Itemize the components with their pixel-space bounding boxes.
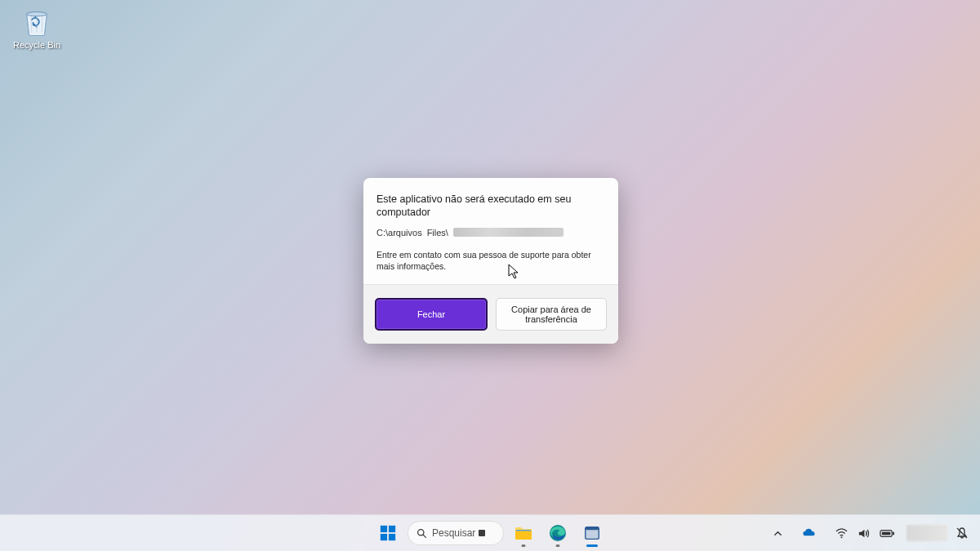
cursor-icon bbox=[508, 264, 521, 280]
search-icon bbox=[416, 528, 427, 539]
wifi-icon bbox=[835, 527, 848, 540]
search-highlight-dot bbox=[479, 530, 485, 536]
svg-line-9 bbox=[423, 535, 425, 537]
volume-icon bbox=[858, 527, 870, 540]
notifications-icon bbox=[956, 527, 969, 540]
taskbar-app-window[interactable] bbox=[577, 518, 607, 548]
tray-onedrive[interactable] bbox=[794, 522, 824, 545]
dialog-title: Este aplicativo não será executado em se… bbox=[376, 193, 605, 220]
tray-clock[interactable] bbox=[906, 525, 947, 541]
copy-to-clipboard-button[interactable]: Copiar para área de transferência bbox=[496, 298, 607, 331]
taskbar-edge[interactable] bbox=[543, 518, 572, 548]
svg-rect-5 bbox=[389, 526, 395, 532]
taskbar: Pesquisar bbox=[0, 514, 980, 551]
dialog-message: Entre em contato com sua pessoa de supor… bbox=[376, 249, 605, 273]
chevron-up-icon bbox=[773, 529, 782, 538]
tray-overflow[interactable] bbox=[765, 524, 791, 543]
dialog-path: C:\arquivos Files\ bbox=[376, 228, 605, 238]
file-explorer-icon bbox=[514, 523, 533, 543]
svg-rect-18 bbox=[882, 531, 890, 535]
taskbar-file-explorer[interactable] bbox=[509, 518, 538, 548]
svg-rect-17 bbox=[893, 531, 894, 535]
start-button[interactable] bbox=[373, 518, 403, 548]
svg-point-15 bbox=[841, 536, 843, 538]
svg-rect-7 bbox=[389, 534, 395, 540]
start-icon bbox=[379, 524, 397, 542]
desktop[interactable]: Recycle Bin Este aplicativo não será exe… bbox=[0, 0, 980, 551]
battery-icon bbox=[880, 528, 895, 539]
svg-rect-4 bbox=[381, 526, 387, 532]
desktop-icon-recycle-bin[interactable]: Recycle Bin bbox=[8, 4, 65, 50]
taskbar-search[interactable]: Pesquisar bbox=[408, 521, 504, 545]
svg-rect-14 bbox=[586, 527, 599, 531]
recycle-bin-icon bbox=[20, 4, 54, 38]
app-window-icon bbox=[583, 524, 601, 542]
recycle-bin-label: Recycle Bin bbox=[8, 40, 65, 50]
search-placeholder: Pesquisar bbox=[432, 527, 475, 539]
edge-icon bbox=[548, 523, 568, 543]
dialog-path-segment: Files\ bbox=[427, 228, 448, 238]
tray-notifications[interactable] bbox=[951, 522, 973, 544]
svg-point-0 bbox=[27, 12, 47, 16]
onedrive-icon bbox=[802, 527, 816, 540]
close-button[interactable]: Fechar bbox=[375, 298, 488, 331]
dialog-path-redacted bbox=[453, 228, 564, 237]
dialog-path-prefix: C:\arquivos bbox=[376, 228, 422, 238]
tray-quick-settings[interactable] bbox=[827, 522, 903, 544]
svg-rect-6 bbox=[381, 534, 387, 540]
svg-rect-10 bbox=[516, 530, 531, 531]
dialog-footer: Fechar Copiar para área de transferência bbox=[363, 284, 618, 344]
error-dialog: Este aplicativo não será executado em se… bbox=[363, 178, 618, 344]
